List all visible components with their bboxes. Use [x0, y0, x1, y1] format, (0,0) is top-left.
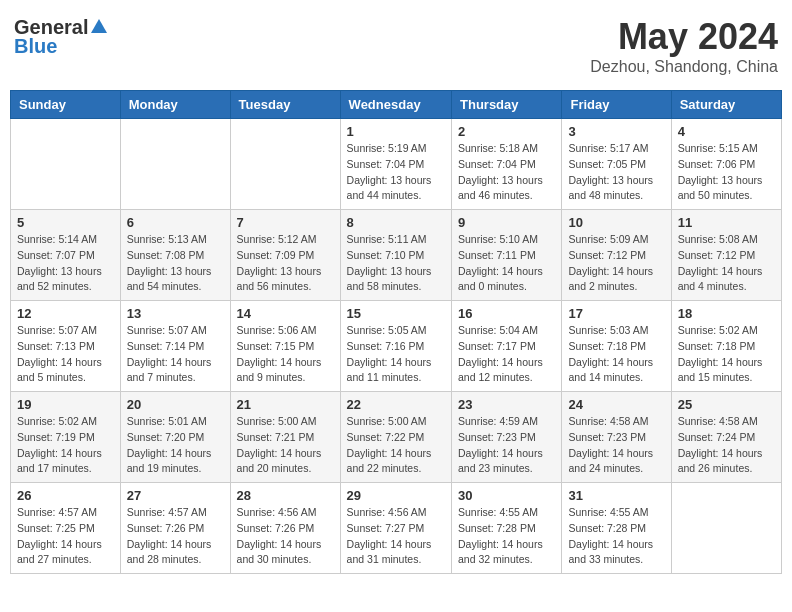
day-number: 20	[127, 397, 224, 412]
day-info: Sunrise: 5:00 AMSunset: 7:21 PMDaylight:…	[237, 414, 334, 477]
day-cell: 24Sunrise: 4:58 AMSunset: 7:23 PMDayligh…	[562, 392, 671, 483]
column-header-wednesday: Wednesday	[340, 91, 451, 119]
day-number: 27	[127, 488, 224, 503]
day-cell	[671, 483, 781, 574]
day-cell: 20Sunrise: 5:01 AMSunset: 7:20 PMDayligh…	[120, 392, 230, 483]
day-info: Sunrise: 4:56 AMSunset: 7:26 PMDaylight:…	[237, 505, 334, 568]
day-cell: 25Sunrise: 4:58 AMSunset: 7:24 PMDayligh…	[671, 392, 781, 483]
day-info: Sunrise: 5:13 AMSunset: 7:08 PMDaylight:…	[127, 232, 224, 295]
day-cell	[230, 119, 340, 210]
day-number: 30	[458, 488, 555, 503]
day-number: 13	[127, 306, 224, 321]
day-number: 31	[568, 488, 664, 503]
day-number: 12	[17, 306, 114, 321]
day-info: Sunrise: 5:04 AMSunset: 7:17 PMDaylight:…	[458, 323, 555, 386]
day-info: Sunrise: 5:14 AMSunset: 7:07 PMDaylight:…	[17, 232, 114, 295]
day-info: Sunrise: 4:57 AMSunset: 7:25 PMDaylight:…	[17, 505, 114, 568]
day-info: Sunrise: 5:10 AMSunset: 7:11 PMDaylight:…	[458, 232, 555, 295]
day-cell	[11, 119, 121, 210]
day-info: Sunrise: 5:08 AMSunset: 7:12 PMDaylight:…	[678, 232, 775, 295]
day-cell: 23Sunrise: 4:59 AMSunset: 7:23 PMDayligh…	[452, 392, 562, 483]
day-info: Sunrise: 5:07 AMSunset: 7:13 PMDaylight:…	[17, 323, 114, 386]
day-number: 28	[237, 488, 334, 503]
column-header-thursday: Thursday	[452, 91, 562, 119]
day-cell: 28Sunrise: 4:56 AMSunset: 7:26 PMDayligh…	[230, 483, 340, 574]
day-info: Sunrise: 5:09 AMSunset: 7:12 PMDaylight:…	[568, 232, 664, 295]
day-number: 2	[458, 124, 555, 139]
day-info: Sunrise: 4:58 AMSunset: 7:24 PMDaylight:…	[678, 414, 775, 477]
day-info: Sunrise: 4:56 AMSunset: 7:27 PMDaylight:…	[347, 505, 445, 568]
day-info: Sunrise: 5:01 AMSunset: 7:20 PMDaylight:…	[127, 414, 224, 477]
day-number: 6	[127, 215, 224, 230]
day-info: Sunrise: 4:55 AMSunset: 7:28 PMDaylight:…	[568, 505, 664, 568]
column-header-monday: Monday	[120, 91, 230, 119]
day-number: 17	[568, 306, 664, 321]
day-cell: 6Sunrise: 5:13 AMSunset: 7:08 PMDaylight…	[120, 210, 230, 301]
column-header-friday: Friday	[562, 91, 671, 119]
day-info: Sunrise: 5:02 AMSunset: 7:19 PMDaylight:…	[17, 414, 114, 477]
day-cell: 29Sunrise: 4:56 AMSunset: 7:27 PMDayligh…	[340, 483, 451, 574]
day-info: Sunrise: 5:07 AMSunset: 7:14 PMDaylight:…	[127, 323, 224, 386]
day-cell: 5Sunrise: 5:14 AMSunset: 7:07 PMDaylight…	[11, 210, 121, 301]
day-cell: 2Sunrise: 5:18 AMSunset: 7:04 PMDaylight…	[452, 119, 562, 210]
day-cell: 22Sunrise: 5:00 AMSunset: 7:22 PMDayligh…	[340, 392, 451, 483]
day-number: 19	[17, 397, 114, 412]
svg-marker-0	[91, 19, 107, 33]
day-cell: 19Sunrise: 5:02 AMSunset: 7:19 PMDayligh…	[11, 392, 121, 483]
week-row-4: 19Sunrise: 5:02 AMSunset: 7:19 PMDayligh…	[11, 392, 782, 483]
day-cell: 8Sunrise: 5:11 AMSunset: 7:10 PMDaylight…	[340, 210, 451, 301]
day-info: Sunrise: 5:18 AMSunset: 7:04 PMDaylight:…	[458, 141, 555, 204]
day-number: 26	[17, 488, 114, 503]
day-number: 14	[237, 306, 334, 321]
day-number: 15	[347, 306, 445, 321]
day-info: Sunrise: 5:15 AMSunset: 7:06 PMDaylight:…	[678, 141, 775, 204]
day-cell: 30Sunrise: 4:55 AMSunset: 7:28 PMDayligh…	[452, 483, 562, 574]
day-cell: 26Sunrise: 4:57 AMSunset: 7:25 PMDayligh…	[11, 483, 121, 574]
day-cell: 18Sunrise: 5:02 AMSunset: 7:18 PMDayligh…	[671, 301, 781, 392]
day-cell: 4Sunrise: 5:15 AMSunset: 7:06 PMDaylight…	[671, 119, 781, 210]
day-cell: 14Sunrise: 5:06 AMSunset: 7:15 PMDayligh…	[230, 301, 340, 392]
column-header-tuesday: Tuesday	[230, 91, 340, 119]
day-cell	[120, 119, 230, 210]
day-cell: 1Sunrise: 5:19 AMSunset: 7:04 PMDaylight…	[340, 119, 451, 210]
day-number: 4	[678, 124, 775, 139]
day-number: 23	[458, 397, 555, 412]
column-header-sunday: Sunday	[11, 91, 121, 119]
calendar-table: SundayMondayTuesdayWednesdayThursdayFrid…	[10, 90, 782, 574]
day-cell: 13Sunrise: 5:07 AMSunset: 7:14 PMDayligh…	[120, 301, 230, 392]
day-number: 7	[237, 215, 334, 230]
day-number: 5	[17, 215, 114, 230]
day-number: 11	[678, 215, 775, 230]
day-cell: 27Sunrise: 4:57 AMSunset: 7:26 PMDayligh…	[120, 483, 230, 574]
page-header: General Blue May 2024 Dezhou, Shandong, …	[10, 10, 782, 82]
day-number: 8	[347, 215, 445, 230]
day-info: Sunrise: 5:06 AMSunset: 7:15 PMDaylight:…	[237, 323, 334, 386]
day-info: Sunrise: 5:17 AMSunset: 7:05 PMDaylight:…	[568, 141, 664, 204]
week-row-2: 5Sunrise: 5:14 AMSunset: 7:07 PMDaylight…	[11, 210, 782, 301]
day-number: 29	[347, 488, 445, 503]
day-number: 1	[347, 124, 445, 139]
day-cell: 15Sunrise: 5:05 AMSunset: 7:16 PMDayligh…	[340, 301, 451, 392]
day-info: Sunrise: 5:00 AMSunset: 7:22 PMDaylight:…	[347, 414, 445, 477]
day-number: 16	[458, 306, 555, 321]
location-title: Dezhou, Shandong, China	[590, 58, 778, 76]
week-row-5: 26Sunrise: 4:57 AMSunset: 7:25 PMDayligh…	[11, 483, 782, 574]
day-info: Sunrise: 5:11 AMSunset: 7:10 PMDaylight:…	[347, 232, 445, 295]
day-number: 3	[568, 124, 664, 139]
day-number: 25	[678, 397, 775, 412]
day-number: 18	[678, 306, 775, 321]
day-number: 22	[347, 397, 445, 412]
day-info: Sunrise: 5:05 AMSunset: 7:16 PMDaylight:…	[347, 323, 445, 386]
day-info: Sunrise: 4:55 AMSunset: 7:28 PMDaylight:…	[458, 505, 555, 568]
day-cell: 7Sunrise: 5:12 AMSunset: 7:09 PMDaylight…	[230, 210, 340, 301]
day-cell: 16Sunrise: 5:04 AMSunset: 7:17 PMDayligh…	[452, 301, 562, 392]
day-cell: 10Sunrise: 5:09 AMSunset: 7:12 PMDayligh…	[562, 210, 671, 301]
day-cell: 9Sunrise: 5:10 AMSunset: 7:11 PMDaylight…	[452, 210, 562, 301]
day-info: Sunrise: 4:59 AMSunset: 7:23 PMDaylight:…	[458, 414, 555, 477]
day-info: Sunrise: 4:58 AMSunset: 7:23 PMDaylight:…	[568, 414, 664, 477]
day-cell: 21Sunrise: 5:00 AMSunset: 7:21 PMDayligh…	[230, 392, 340, 483]
logo-blue-text: Blue	[14, 35, 57, 58]
day-info: Sunrise: 5:19 AMSunset: 7:04 PMDaylight:…	[347, 141, 445, 204]
day-number: 10	[568, 215, 664, 230]
calendar-header-row: SundayMondayTuesdayWednesdayThursdayFrid…	[11, 91, 782, 119]
